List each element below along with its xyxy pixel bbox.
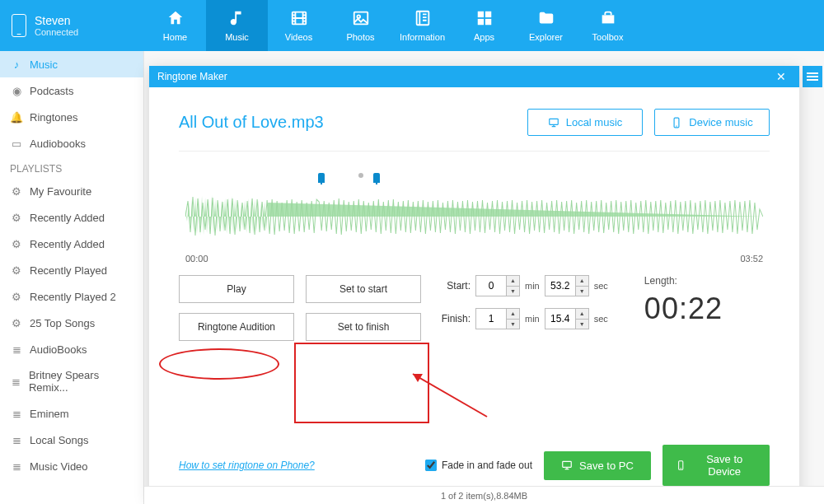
audition-button[interactable]: Ringtone Audition bbox=[179, 313, 294, 341]
nav-videos[interactable]: Videos bbox=[268, 0, 330, 51]
sidebar-item-music[interactable]: ♪Music bbox=[0, 51, 143, 77]
device-music-button[interactable]: Device music bbox=[654, 109, 770, 136]
sidebar-item-recently-played[interactable]: ⚙Recently Played bbox=[0, 257, 143, 283]
sidebar: ♪Music ◉Podcasts 🔔Ringtones ▭Audiobooks … bbox=[0, 51, 144, 504]
playhead-dot bbox=[358, 173, 363, 178]
play-button[interactable]: Play bbox=[179, 275, 294, 303]
svg-marker-13 bbox=[413, 374, 423, 382]
sidebar-item-eminem[interactable]: ≣Eminem bbox=[0, 400, 143, 427]
playlist-icon: ≣ bbox=[10, 407, 23, 420]
svg-rect-14 bbox=[563, 461, 572, 467]
gear-icon: ⚙ bbox=[10, 237, 23, 250]
down-icon[interactable]: ▼ bbox=[507, 287, 519, 296]
sidebar-item-25-top-songs[interactable]: ⚙25 Top Songs bbox=[0, 310, 143, 336]
waveform[interactable] bbox=[185, 184, 763, 249]
up-icon[interactable]: ▲ bbox=[507, 309, 519, 320]
sidebar-item-ringtones[interactable]: 🔔Ringtones bbox=[0, 104, 143, 130]
fade-checkbox-input[interactable] bbox=[425, 460, 437, 471]
local-music-button[interactable]: Local music bbox=[527, 109, 643, 136]
svg-rect-8 bbox=[549, 119, 558, 124]
finish-sec-input[interactable]: ▲▼ bbox=[545, 308, 589, 329]
playlist-icon: ≣ bbox=[10, 460, 23, 473]
length-label: Length: bbox=[644, 275, 723, 287]
finish-min-input[interactable]: ▲▼ bbox=[475, 308, 520, 329]
down-icon[interactable]: ▼ bbox=[576, 320, 588, 329]
waveform-svg bbox=[185, 184, 763, 249]
nav-toolbox[interactable]: Toolbox bbox=[577, 0, 639, 51]
nav-explorer[interactable]: Explorer bbox=[515, 0, 577, 51]
start-handle[interactable] bbox=[318, 173, 325, 183]
save-to-pc-button[interactable]: Save to PC bbox=[544, 451, 651, 480]
annotation-box bbox=[294, 343, 429, 423]
set-start-button[interactable]: Set to start bbox=[306, 275, 421, 303]
main-area: Ringtone Maker ✕ All Out of Love.mp3 Loc… bbox=[144, 51, 824, 504]
photos-icon bbox=[351, 9, 371, 27]
sidebar-item-audiobooks-pl[interactable]: ≣AudioBooks bbox=[0, 336, 143, 362]
svg-point-2 bbox=[357, 15, 360, 18]
sidebar-item-recently-added[interactable]: ⚙Recently Added bbox=[0, 204, 143, 231]
sidebar-item-recently-added-2[interactable]: ⚙Recently Added bbox=[0, 231, 143, 257]
book-icon: ▭ bbox=[10, 137, 23, 150]
sidebar-item-britney[interactable]: ≣Britney Spears Remix... bbox=[0, 362, 143, 400]
svg-line-12 bbox=[413, 374, 487, 417]
status-bar: 1 of 2 item(s),8.84MB bbox=[144, 486, 824, 504]
playlists-header: PLAYLISTS bbox=[0, 156, 143, 178]
sidebar-item-podcasts[interactable]: ◉Podcasts bbox=[0, 77, 143, 104]
start-sec-input[interactable]: ▲▼ bbox=[545, 275, 589, 296]
length-value: 00:22 bbox=[644, 292, 723, 326]
gear-icon: ⚙ bbox=[10, 290, 23, 303]
nav-music[interactable]: Music bbox=[206, 0, 268, 51]
playlist-icon: ≣ bbox=[10, 343, 23, 356]
sidebar-item-favourite[interactable]: ⚙My Favourite bbox=[0, 178, 143, 204]
phone-icon bbox=[676, 460, 686, 471]
up-icon[interactable]: ▲ bbox=[507, 276, 519, 287]
set-finish-button[interactable]: Set to finish bbox=[306, 313, 421, 341]
modal-titlebar: Ringtone Maker ✕ bbox=[149, 66, 799, 87]
hamburger-icon bbox=[807, 76, 818, 77]
close-button[interactable]: ✕ bbox=[771, 70, 791, 83]
apps-icon bbox=[475, 9, 494, 27]
nav-tabs: Home Music Videos Photos Information App… bbox=[144, 0, 824, 51]
down-icon[interactable]: ▼ bbox=[576, 287, 588, 296]
modal-title: Ringtone Maker bbox=[157, 71, 227, 82]
gear-icon: ⚙ bbox=[10, 264, 23, 277]
toolbox-icon bbox=[598, 9, 618, 27]
playlist-icon: ≣ bbox=[10, 375, 22, 388]
nav-home[interactable]: Home bbox=[144, 0, 206, 51]
nav-photos[interactable]: Photos bbox=[330, 0, 391, 51]
menu-button[interactable] bbox=[803, 66, 822, 87]
nav-information[interactable]: Information bbox=[391, 0, 453, 51]
device-info: Steven Connected bbox=[0, 0, 144, 51]
bell-icon: 🔔 bbox=[10, 110, 23, 124]
fade-checkbox[interactable]: Fade in and fade out bbox=[425, 460, 532, 471]
up-icon[interactable]: ▲ bbox=[576, 309, 588, 320]
start-min-input[interactable]: ▲▼ bbox=[475, 275, 520, 296]
time-end: 03:52 bbox=[740, 254, 763, 264]
sidebar-item-audiobooks[interactable]: ▭Audiobooks bbox=[0, 130, 143, 156]
time-labels: 00:00 03:52 bbox=[185, 254, 763, 264]
monitor-icon bbox=[561, 460, 573, 471]
down-icon[interactable]: ▼ bbox=[507, 320, 519, 329]
save-to-device-button[interactable]: Save to Device bbox=[662, 445, 770, 486]
annotation-ellipse bbox=[159, 348, 279, 380]
explorer-icon bbox=[536, 9, 556, 27]
gear-icon: ⚙ bbox=[10, 316, 23, 329]
nav-apps[interactable]: Apps bbox=[453, 0, 515, 51]
finish-label: Finish: bbox=[438, 313, 471, 324]
help-link[interactable]: How to set ringtone on Phone? bbox=[179, 460, 315, 471]
monitor-icon bbox=[548, 117, 559, 128]
ringtone-maker-modal: Ringtone Maker ✕ All Out of Love.mp3 Loc… bbox=[149, 66, 799, 501]
svg-rect-7 bbox=[485, 19, 490, 25]
sidebar-item-music-video[interactable]: ≣Music Video bbox=[0, 453, 143, 479]
svg-rect-5 bbox=[485, 12, 490, 17]
sidebar-item-local-songs[interactable]: ≣Local Songs bbox=[0, 427, 143, 453]
svg-rect-6 bbox=[477, 19, 483, 25]
annotation-arrow bbox=[396, 367, 495, 425]
phone-icon bbox=[12, 14, 26, 37]
music-icon bbox=[227, 9, 247, 27]
up-icon[interactable]: ▲ bbox=[576, 276, 588, 287]
finish-handle[interactable] bbox=[373, 173, 380, 183]
sidebar-item-recently-played-2[interactable]: ⚙Recently Played 2 bbox=[0, 283, 143, 310]
device-status: Connected bbox=[35, 27, 78, 37]
information-icon bbox=[413, 9, 433, 27]
